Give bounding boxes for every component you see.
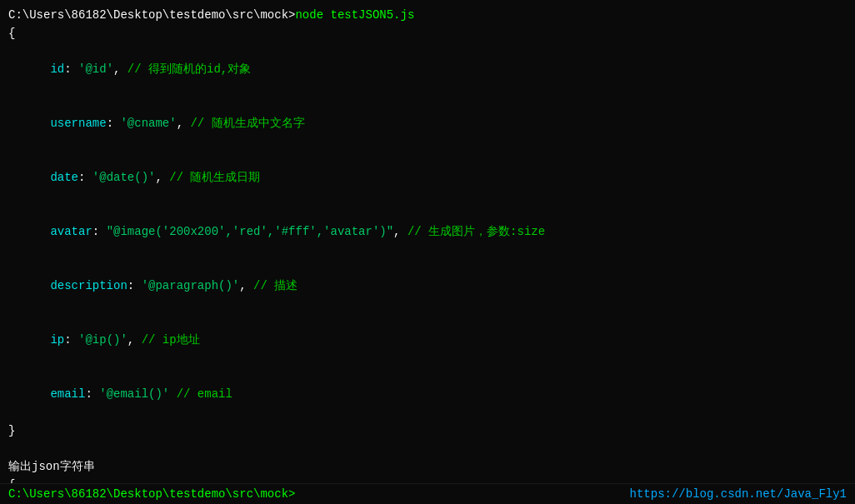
ip-code-line: ip: '@ip()', // ip地址 (8, 314, 847, 368)
bottom-prompt: C:\Users\86182\Desktop\testdemo\src\mock… (8, 487, 295, 501)
spacer-1 (8, 441, 847, 459)
bottom-link[interactable]: https://blog.csdn.net/Java_Fly1 (630, 487, 847, 501)
brace-open-1: { (8, 25, 847, 43)
username-code-line: username: '@cname', // 随机生成中文名字 (8, 97, 847, 151)
output-section-title: 输出json字符串 (8, 458, 847, 477)
date-code-line: date: '@date()', // 随机生成日期 (8, 152, 847, 206)
bottom-bar: C:\Users\86182\Desktop\testdemo\src\mock… (0, 483, 855, 504)
command-line: C:\Users\86182\Desktop\testdemo\src\mock… (8, 7, 847, 25)
email-code-line: email: '@email()' // email (8, 368, 847, 422)
terminal-window: C:\Users\86182\Desktop\testdemo\src\mock… (0, 0, 855, 504)
description-code-line: description: '@paragraph()', // 描述 (8, 260, 847, 314)
avatar-code-line: avatar: "@image('200x200','red','#fff','… (8, 206, 847, 260)
brace-close-1: } (8, 422, 847, 441)
id-code-line: id: '@id', // 得到随机的id,对象 (8, 42, 847, 97)
